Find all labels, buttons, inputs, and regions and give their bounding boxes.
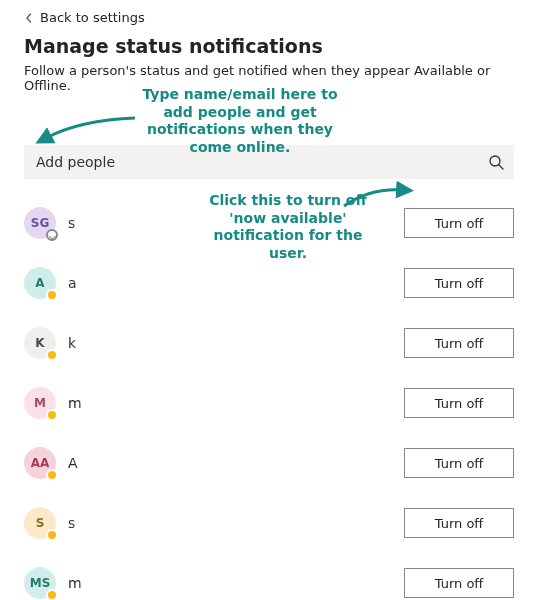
avatar: SG — [24, 207, 56, 239]
page-subtitle: Follow a person's status and get notifie… — [24, 63, 514, 93]
svg-point-0 — [490, 156, 500, 166]
people-list: SG s Turn off A a Turn off K k Turn off — [24, 207, 514, 599]
presence-indicator — [46, 529, 58, 541]
name-redacted — [78, 335, 206, 351]
avatar: A — [24, 267, 56, 299]
name-first-letter: s — [68, 215, 75, 231]
add-people-input[interactable] — [34, 145, 488, 179]
avatar: M — [24, 387, 56, 419]
name-redacted — [77, 215, 167, 231]
back-to-settings[interactable]: Back to settings — [24, 10, 514, 25]
name-redacted — [84, 395, 234, 411]
person-name: s — [68, 215, 392, 231]
avatar: K — [24, 327, 56, 359]
person-row: S s Turn off — [24, 507, 514, 539]
avatar: MS — [24, 567, 56, 599]
chevron-left-icon — [24, 13, 34, 23]
avatar: AA — [24, 447, 56, 479]
name-redacted — [84, 575, 194, 591]
person-row: M m Turn off — [24, 387, 514, 419]
svg-line-1 — [499, 165, 503, 169]
name-first-letter: k — [68, 335, 76, 351]
person-name: m — [68, 395, 392, 411]
person-name: A — [68, 455, 392, 471]
presence-indicator — [46, 349, 58, 361]
person-row: MS m Turn off — [24, 567, 514, 599]
add-people-search[interactable] — [24, 145, 514, 179]
person-name: a — [68, 275, 392, 291]
presence-indicator — [46, 229, 58, 241]
name-redacted — [77, 515, 155, 531]
name-redacted — [80, 455, 198, 471]
person-name: s — [68, 515, 392, 531]
person-row: AA A Turn off — [24, 447, 514, 479]
search-icon — [488, 154, 504, 170]
name-first-letter: a — [68, 275, 77, 291]
presence-indicator — [46, 469, 58, 481]
annotation-arrow-add — [40, 110, 140, 150]
person-name: m — [68, 575, 392, 591]
turn-off-button[interactable]: Turn off — [404, 508, 514, 538]
name-redacted — [79, 275, 175, 291]
name-first-letter: m — [68, 575, 82, 591]
presence-indicator — [46, 409, 58, 421]
avatar: S — [24, 507, 56, 539]
presence-indicator — [46, 289, 58, 301]
turn-off-button[interactable]: Turn off — [404, 208, 514, 238]
turn-off-button[interactable]: Turn off — [404, 328, 514, 358]
page-title: Manage status notifications — [24, 35, 514, 57]
turn-off-button[interactable]: Turn off — [404, 268, 514, 298]
turn-off-button[interactable]: Turn off — [404, 568, 514, 598]
turn-off-button[interactable]: Turn off — [404, 448, 514, 478]
person-row: K k Turn off — [24, 327, 514, 359]
back-label: Back to settings — [40, 10, 145, 25]
turn-off-button[interactable]: Turn off — [404, 388, 514, 418]
person-name: k — [68, 335, 392, 351]
name-first-letter: A — [68, 455, 78, 471]
presence-indicator — [46, 589, 58, 600]
person-row: A a Turn off — [24, 267, 514, 299]
name-first-letter: m — [68, 395, 82, 411]
name-first-letter: s — [68, 515, 75, 531]
person-row: SG s Turn off — [24, 207, 514, 239]
